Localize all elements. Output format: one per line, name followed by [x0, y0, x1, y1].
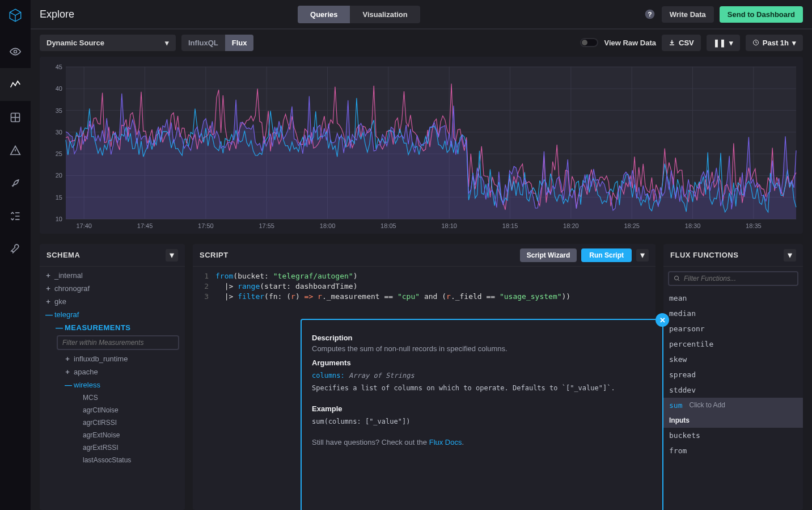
svg-text:17:40: 17:40 — [76, 222, 92, 229]
script-title: SCRIPT — [200, 251, 229, 259]
nav-alerts-icon[interactable] — [0, 134, 31, 167]
nav-view-icon[interactable] — [0, 35, 31, 68]
doc-arg-type: Array of Strings — [349, 372, 415, 380]
functions-panel: FLUX FUNCTIONS ▾ meanmedianpearsonrperce… — [663, 244, 803, 510]
function-item[interactable]: median — [663, 306, 803, 321]
measurements-filter[interactable] — [57, 335, 179, 350]
function-item[interactable]: from — [663, 443, 803, 458]
tree-item[interactable]: +gke — [40, 295, 185, 308]
app-logo — [8, 8, 23, 23]
close-icon[interactable]: ✕ — [655, 313, 669, 327]
svg-text:45: 45 — [56, 64, 62, 70]
tree-item[interactable]: +influxdb_runtime — [40, 352, 185, 365]
raw-data-toggle[interactable] — [580, 38, 598, 47]
source-dropdown[interactable]: Dynamic Source ▾ — [40, 35, 176, 51]
tree-leaf[interactable]: agrExtRSSI — [40, 441, 185, 454]
clock-icon — [752, 39, 759, 46]
chevron-down-icon: ▾ — [165, 39, 169, 47]
tab-visualization[interactable]: Visualization — [350, 6, 420, 23]
svg-text:30: 30 — [56, 129, 62, 136]
flux-docs-link[interactable]: Flux Docs — [429, 438, 462, 446]
svg-text:18:30: 18:30 — [685, 222, 701, 229]
tree-item[interactable]: +apache — [40, 365, 185, 378]
write-data-button[interactable]: Write Data — [662, 6, 714, 23]
help-icon[interactable]: ? — [644, 8, 656, 20]
tree-leaf[interactable]: agrExtNoise — [40, 429, 185, 441]
doc-description: Computes the sum of non-null records in … — [312, 344, 652, 353]
lang-influxql[interactable]: InfluxQL — [181, 35, 225, 51]
doc-arg-name: columns: — [312, 372, 345, 380]
tree-item[interactable]: +_internal — [40, 269, 185, 282]
tree-item[interactable]: —wireless — [40, 378, 185, 391]
csv-button[interactable]: CSV — [662, 35, 701, 51]
doc-example-heading: Example — [312, 404, 652, 413]
raw-data-label: View Raw Data — [604, 39, 656, 47]
time-range-dropdown[interactable]: Past 1h ▾ — [746, 35, 803, 51]
source-label: Dynamic Source — [46, 39, 104, 47]
view-mode-tabs: Queries Visualization — [298, 6, 420, 23]
svg-point-2 — [14, 50, 17, 53]
schema-tree: +_internal+chronograf+gke—telegraf—MEASU… — [40, 267, 185, 510]
svg-line-53 — [678, 280, 680, 281]
tree-section-measurements[interactable]: —MEASUREMENTS — [40, 321, 185, 334]
send-to-dashboard-button[interactable]: Send to Dashboard — [720, 6, 803, 23]
svg-text:35: 35 — [56, 107, 62, 114]
tree-item[interactable]: —telegraf — [40, 308, 185, 321]
svg-text:18:15: 18:15 — [502, 222, 518, 229]
tab-queries[interactable]: Queries — [298, 6, 350, 23]
function-search-input[interactable] — [684, 275, 793, 283]
page-title: Explore — [40, 9, 74, 20]
svg-text:18:10: 18:10 — [441, 222, 457, 229]
query-toolbar: Dynamic Source ▾ InfluxQL Flux View Raw … — [31, 29, 812, 57]
svg-text:17:50: 17:50 — [198, 222, 214, 229]
tree-leaf[interactable]: agrCtlNoise — [40, 404, 185, 416]
doc-arg-desc: Specifies a list of columns on which to … — [312, 382, 652, 394]
svg-text:40: 40 — [56, 85, 62, 92]
sidebar — [0, 0, 31, 510]
svg-point-52 — [675, 276, 679, 280]
tree-leaf[interactable]: agrCtlRSSI — [40, 416, 185, 429]
nav-config-icon[interactable] — [0, 233, 31, 265]
svg-text:18:35: 18:35 — [746, 222, 762, 229]
function-item[interactable]: pearsonr — [663, 321, 803, 336]
chevron-down-icon: ▾ — [792, 39, 796, 47]
language-toggle: InfluxQL Flux — [181, 35, 253, 51]
schema-options[interactable]: ▾ — [166, 249, 178, 262]
function-category: Inputs — [663, 413, 803, 428]
functions-options[interactable]: ▾ — [784, 249, 796, 262]
functions-title: FLUX FUNCTIONS — [670, 251, 738, 259]
run-script-button[interactable]: Run Script — [581, 248, 632, 262]
svg-text:15: 15 — [56, 194, 62, 201]
function-item-selected[interactable]: sumClick to Add — [663, 398, 803, 413]
svg-text:17:45: 17:45 — [137, 222, 153, 229]
refresh-dropdown[interactable]: ❚❚ ▾ — [707, 35, 740, 51]
tree-leaf[interactable]: lastAssocStatus — [40, 454, 185, 466]
tree-leaf[interactable]: MCS — [40, 391, 185, 404]
timeseries-chart[interactable]: 101520253035404517:4017:4517:5017:5518:0… — [45, 62, 801, 230]
svg-text:20: 20 — [56, 172, 62, 179]
function-doc-popup: ✕ Description Computes the sum of non-nu… — [301, 319, 663, 510]
function-list: meanmedianpearsonrpercentileskewspreadst… — [663, 290, 803, 510]
function-item[interactable]: mean — [663, 290, 803, 306]
svg-text:?: ? — [648, 10, 652, 18]
lang-flux[interactable]: Flux — [225, 35, 254, 51]
function-item[interactable]: spread — [663, 367, 803, 382]
nav-admin-icon[interactable] — [0, 200, 31, 233]
function-item[interactable]: skew — [663, 352, 803, 367]
function-item[interactable]: buckets — [663, 428, 803, 443]
function-search[interactable] — [668, 271, 798, 286]
svg-text:25: 25 — [56, 150, 62, 157]
nav-explore-icon[interactable] — [0, 68, 31, 101]
chevron-down-icon: ▾ — [729, 39, 733, 47]
nav-dashboards-icon[interactable] — [0, 101, 31, 134]
script-wizard-button[interactable]: Script Wizard — [520, 248, 577, 262]
svg-text:18:25: 18:25 — [624, 222, 640, 229]
header: Explore Queries Visualization ? Write Da… — [31, 0, 812, 29]
function-item[interactable]: percentile — [663, 336, 803, 352]
function-item[interactable]: stddev — [663, 382, 803, 398]
script-options[interactable]: ▾ — [636, 249, 649, 262]
svg-text:10: 10 — [56, 216, 62, 222]
schema-panel: SCHEMA ▾ +_internal+chronograf+gke—teleg… — [40, 244, 185, 510]
nav-logs-icon[interactable] — [0, 167, 31, 200]
tree-item[interactable]: +chronograf — [40, 282, 185, 295]
